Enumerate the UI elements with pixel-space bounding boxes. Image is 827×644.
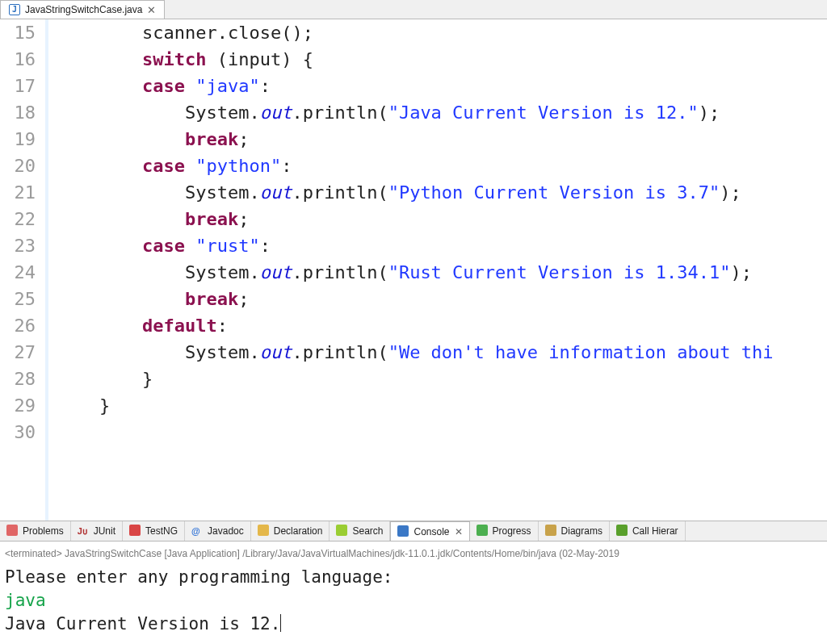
view-tab-label: Call Hierar xyxy=(632,525,678,537)
console-meta: <terminated> JavaStringSwitchCase [Java … xyxy=(5,546,822,561)
call-hierar-icon xyxy=(616,525,629,537)
code-line[interactable]: break; xyxy=(57,286,827,312)
code-line[interactable]: System.out.println("We don't have inform… xyxy=(57,339,827,366)
code-line[interactable]: break; xyxy=(57,126,827,153)
view-tab-testng[interactable]: TestNG xyxy=(123,521,185,541)
code-line[interactable]: scanner.close(); xyxy=(57,19,827,46)
view-tab-label: Console xyxy=(414,526,449,537)
text-cursor xyxy=(280,614,281,632)
close-icon[interactable]: ✕ xyxy=(147,4,156,16)
console-panel: <terminated> JavaStringSwitchCase [Java … xyxy=(0,542,827,644)
code-line[interactable]: } xyxy=(57,366,827,392)
view-tab-problems[interactable]: Problems xyxy=(0,521,71,541)
line-number: 26 xyxy=(0,312,36,339)
view-tab-call-hierar[interactable]: Call Hierar xyxy=(610,521,686,541)
view-tab-console[interactable]: Console✕ xyxy=(390,521,469,541)
view-tab-junit[interactable]: JᴜJUnit xyxy=(71,521,123,541)
view-tab-diagrams[interactable]: Diagrams xyxy=(539,521,610,541)
line-number: 16 xyxy=(0,46,36,73)
code-line[interactable]: default: xyxy=(57,312,827,339)
line-number: 20 xyxy=(0,153,36,179)
view-tab-label: Diagrams xyxy=(561,525,602,537)
code-line[interactable]: case "java": xyxy=(57,73,827,99)
problems-icon xyxy=(6,525,19,537)
line-number-gutter: 15161718192021222324252627282930 xyxy=(0,19,48,521)
line-number: 15 xyxy=(0,19,36,46)
view-tab-label: Progress xyxy=(493,525,531,537)
file-tab-label: JavaStringSwitchCase.java xyxy=(25,4,142,15)
view-tab-bar: ProblemsJᴜJUnitTestNG@JavadocDeclaration… xyxy=(0,521,827,542)
line-number: 27 xyxy=(0,339,36,366)
code-line[interactable]: break; xyxy=(57,206,827,232)
view-tab-declaration[interactable]: Declaration xyxy=(251,521,330,541)
view-tab-label: Javadoc xyxy=(208,525,244,537)
line-number: 19 xyxy=(0,126,36,153)
line-number: 21 xyxy=(0,179,36,206)
line-number: 22 xyxy=(0,206,36,232)
file-tab-bar: J JavaStringSwitchCase.java ✕ xyxy=(0,0,827,19)
testng-icon xyxy=(129,525,142,537)
search-icon xyxy=(336,525,349,537)
code-line[interactable]: System.out.println("Rust Current Version… xyxy=(57,259,827,286)
line-number: 23 xyxy=(0,232,36,259)
close-icon[interactable]: ✕ xyxy=(455,526,463,537)
console-output[interactable]: Please enter any programming language:ja… xyxy=(5,566,822,636)
view-tab-label: JUnit xyxy=(94,525,115,537)
line-number: 24 xyxy=(0,259,36,286)
view-tab-progress[interactable]: Progress xyxy=(470,521,539,541)
javadoc-icon: @ xyxy=(191,525,204,537)
view-tab-label: Search xyxy=(352,525,383,537)
view-tab-label: Declaration xyxy=(274,525,323,537)
line-number: 17 xyxy=(0,73,36,99)
diagrams-icon xyxy=(545,525,558,537)
code-area[interactable]: scanner.close(); switch (input) { case "… xyxy=(48,19,827,521)
code-line[interactable]: System.out.println("Java Current Version… xyxy=(57,99,827,126)
view-tab-label: TestNG xyxy=(145,525,178,537)
view-tab-javadoc[interactable]: @Javadoc xyxy=(185,521,251,541)
view-tab-label: Problems xyxy=(23,525,64,537)
code-line[interactable]: switch (input) { xyxy=(57,46,827,73)
line-number: 30 xyxy=(0,419,36,445)
view-tab-search[interactable]: Search xyxy=(330,521,390,541)
console-line: java xyxy=(5,589,822,613)
code-line[interactable]: case "rust": xyxy=(57,232,827,259)
line-number: 18 xyxy=(0,99,36,126)
line-number: 29 xyxy=(0,392,36,419)
file-tab[interactable]: J JavaStringSwitchCase.java ✕ xyxy=(0,0,165,19)
progress-icon xyxy=(476,525,489,537)
console-icon xyxy=(397,525,410,538)
code-line[interactable]: System.out.println("Python Current Versi… xyxy=(57,179,827,206)
code-editor[interactable]: 15161718192021222324252627282930 scanner… xyxy=(0,19,827,521)
line-number: 28 xyxy=(0,366,36,392)
java-file-icon: J xyxy=(9,4,20,15)
code-line[interactable]: case "python": xyxy=(57,153,827,179)
console-line: Java Current Version is 12. xyxy=(5,613,822,636)
junit-icon: Jᴜ xyxy=(78,525,90,537)
console-line: Please enter any programming language: xyxy=(5,566,822,589)
line-number: 25 xyxy=(0,286,36,312)
declaration-icon xyxy=(258,525,271,537)
code-line[interactable]: } xyxy=(57,392,827,419)
